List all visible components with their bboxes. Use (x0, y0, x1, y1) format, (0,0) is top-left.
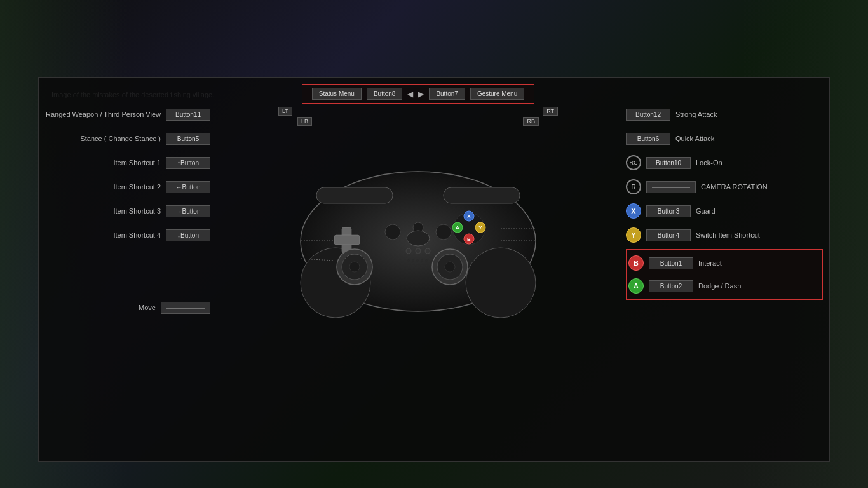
quick-attack-row: Button6 Quick Attack (626, 127, 823, 150)
move-label: Move (139, 304, 156, 311)
lock-on-row: RC Button10 Lock-On (626, 151, 823, 174)
gesture-menu-btn[interactable]: Gesture Menu (470, 88, 524, 100)
button7-btn[interactable]: Button7 (429, 88, 465, 100)
svg-point-29 (407, 259, 410, 262)
right-column: Button12 Strong Attack Button6 Quick Att… (626, 84, 823, 455)
svg-text:X: X (467, 214, 471, 219)
rb-label: RB (523, 117, 539, 126)
svg-point-33 (425, 259, 428, 262)
control-row-stance: Stance ( Change Stance ) Button5 (45, 127, 210, 150)
move-btn[interactable]: —————— (161, 302, 210, 314)
control-row-move: Move —————— (45, 296, 210, 319)
switch-item-row: Y Button4 Switch Item Shortcut (626, 224, 823, 247)
item3-label: Item Shortcut 3 (113, 207, 161, 215)
interact-label: Interact (698, 259, 722, 267)
rt-label: RT (543, 107, 558, 116)
svg-point-31 (416, 259, 419, 262)
item2-btn[interactable]: ←Button (166, 181, 210, 193)
top-prev-arrow[interactable]: ◀ (407, 90, 413, 98)
svg-point-37 (421, 264, 423, 267)
y-button: Y (626, 227, 641, 243)
switch-item-btn[interactable]: Button4 (646, 229, 691, 241)
lt-label: LT (278, 107, 292, 116)
panel-bg-text: Image of the mistakes of the deserted fi… (51, 90, 218, 100)
dodge-btn[interactable]: Button2 (649, 280, 693, 292)
controller-panel: Image of the mistakes of the deserted fi… (38, 77, 830, 462)
x-button: X (626, 203, 641, 219)
svg-text:B: B (467, 236, 471, 242)
highlighted-section: B Button1 Interact A Button2 Dodge / Das… (626, 249, 823, 300)
svg-text:A: A (456, 225, 459, 231)
stance-label: Stance ( Change Stance ) (80, 135, 161, 142)
b-button: B (628, 255, 644, 271)
svg-point-13 (385, 224, 400, 240)
content-area: CONTROL CONFIGURATION ‹ Custom › VIBRATI… (0, 29, 868, 462)
dodge-row: A Button2 Dodge / Dash (628, 274, 820, 297)
item1-btn[interactable]: ↑Button (166, 157, 210, 169)
svg-rect-3 (316, 187, 393, 203)
ranged-weapon-label: Ranged Weapon / Third Person View (46, 111, 161, 118)
camera-dash[interactable]: —————— (646, 181, 696, 193)
interact-btn[interactable]: Button1 (649, 257, 693, 269)
guard-label: Guard (696, 207, 715, 215)
stance-btn[interactable]: Button5 (166, 133, 210, 145)
center-column: Status Menu Button8 ◀ ▶ Button7 Gesture … (210, 84, 626, 455)
lock-on-btn[interactable]: Button10 (646, 157, 691, 169)
camera-rotation-row: R —————— CAMERA ROTATION (626, 175, 823, 198)
svg-point-25 (407, 231, 430, 246)
svg-text:Y: Y (478, 225, 482, 231)
svg-point-28 (425, 248, 430, 254)
item2-label: Item Shortcut 2 (113, 183, 161, 191)
item1-label: Item Shortcut 1 (113, 159, 161, 166)
ranged-weapon-btn[interactable]: Button11 (166, 109, 210, 121)
item4-btn[interactable]: ↓Button (166, 229, 210, 241)
top-buttons-row: Status Menu Button8 ◀ ▶ Button7 Gesture … (302, 84, 535, 104)
svg-point-35 (412, 264, 414, 267)
svg-point-12 (445, 262, 455, 272)
rc-circle: RC (626, 155, 641, 170)
guard-btn[interactable]: Button3 (646, 205, 691, 217)
switch-item-label: Switch Item Shortcut (696, 231, 760, 239)
a-button: A (628, 278, 644, 294)
svg-point-38 (425, 264, 428, 267)
spacer2 (45, 272, 210, 295)
lock-on-label: Lock-On (696, 159, 722, 166)
svg-rect-6 (334, 235, 360, 245)
interact-row: B Button1 Interact (628, 252, 820, 274)
strong-attack-row: Button12 Strong Attack (626, 103, 823, 126)
svg-point-30 (412, 259, 414, 262)
svg-point-9 (349, 262, 360, 272)
status-menu-btn[interactable]: Status Menu (312, 88, 362, 100)
svg-point-36 (416, 264, 419, 267)
item4-label: Item Shortcut 4 (113, 231, 161, 239)
control-row-item2: Item Shortcut 2 ←Button (45, 175, 210, 198)
button8-btn[interactable]: Button8 (367, 88, 402, 100)
r-circle: R (626, 179, 641, 194)
lb-label: LB (297, 117, 312, 126)
camera-rotation-label: CAMERA ROTATION (701, 183, 768, 191)
svg-point-32 (421, 259, 423, 262)
dodge-label: Dodge / Dash (698, 282, 741, 290)
strong-attack-btn[interactable]: Button12 (626, 109, 670, 121)
main-container: CONTROLS CONTROL CONFIGURATION ‹ Custom … (0, 0, 868, 488)
quick-attack-label: Quick Attack (675, 135, 714, 142)
spacer (45, 248, 210, 271)
control-row-ranged: Ranged Weapon / Third Person View Button… (45, 103, 210, 126)
svg-point-26 (406, 248, 411, 254)
svg-point-34 (407, 264, 410, 267)
strong-attack-label: Strong Attack (675, 111, 717, 118)
left-column: Ranged Weapon / Third Person View Button… (45, 84, 210, 455)
item3-btn[interactable]: →Button (166, 205, 210, 217)
guard-row: X Button3 Guard (626, 200, 823, 222)
top-next-arrow[interactable]: ▶ (418, 90, 424, 98)
controller-area: X Y B A (266, 127, 571, 330)
control-row-item4: Item Shortcut 4 ↓Button (45, 224, 210, 247)
control-row-item1: Item Shortcut 1 ↑Button (45, 151, 210, 174)
svg-rect-4 (444, 187, 520, 203)
control-row-item3: Item Shortcut 3 →Button (45, 200, 210, 222)
svg-point-27 (416, 248, 421, 254)
svg-point-2 (466, 248, 536, 318)
controller-svg: X Y B A (266, 127, 571, 330)
svg-point-15 (436, 224, 451, 240)
quick-attack-btn[interactable]: Button6 (626, 133, 670, 145)
